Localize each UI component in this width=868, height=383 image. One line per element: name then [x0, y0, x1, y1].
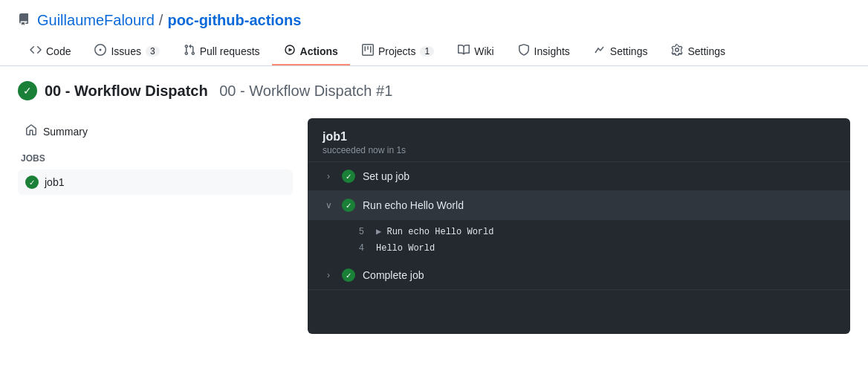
workflow-name-bold: 00 - Workflow Dispatch — [45, 83, 208, 100]
tab-wiki[interactable]: Wiki — [446, 38, 505, 65]
log-line-2: 4 Hello World — [352, 241, 835, 257]
job1-success-icon: ✓ — [25, 176, 39, 189]
job-panel-header: job1 succeeded now in 1s — [308, 118, 850, 162]
step-run-echo-label: Run echo Hello World — [363, 199, 464, 211]
step-run-echo[interactable]: ∨ ✓ Run echo Hello World — [308, 191, 850, 220]
tab-insights[interactable]: Settings — [582, 38, 660, 65]
step-setup-check: ✓ — [342, 170, 355, 183]
projects-badge: 1 — [420, 46, 434, 57]
pr-icon — [184, 44, 195, 58]
step-run-echo-check: ✓ — [342, 199, 355, 212]
tab-actions-label: Actions — [300, 45, 338, 57]
tab-issues-label: Issues — [111, 45, 140, 57]
svg-marker-1 — [288, 48, 292, 52]
tab-projects[interactable]: Projects 1 — [350, 38, 446, 65]
step-complete[interactable]: › ✓ Complete job — [308, 261, 850, 290]
step-setup-label: Set up job — [363, 170, 409, 182]
job-panel-name: job1 — [323, 130, 835, 144]
log-line-text-1: ▶ Run echo Hello World — [376, 225, 493, 241]
security-icon — [518, 44, 530, 58]
repo-owner-link[interactable]: GuillaumeFalourd — [37, 12, 155, 29]
step-complete-check: ✓ — [342, 268, 355, 282]
step-complete-label: Complete job — [363, 269, 424, 281]
tab-pull-requests[interactable]: Pull requests — [172, 38, 272, 65]
sidebar-summary-label: Summary — [43, 126, 88, 138]
repo-icon — [18, 12, 30, 29]
log-line-text-2: Hello World — [376, 241, 435, 257]
content-layout: Summary Jobs ✓ job1 job1 succeeded now i… — [18, 118, 850, 334]
jobs-section-label: Jobs — [18, 153, 293, 164]
job1-label: job1 — [45, 176, 64, 188]
tab-wiki-label: Wiki — [474, 45, 493, 57]
tab-insights-label: Settings — [610, 45, 648, 57]
job-detail-panel: job1 succeeded now in 1s › ✓ Set up job … — [308, 118, 850, 334]
log-line-num-2: 4 — [352, 241, 364, 257]
main-content: ✓ 00 - Workflow Dispatch 00 - Workflow D… — [0, 66, 868, 349]
tab-security-label: Insights — [534, 45, 570, 57]
repo-name-link[interactable]: poc-github-actions — [167, 12, 301, 29]
nav-tabs: Code Issues 3 Pull requests Actions Pr — [18, 38, 850, 65]
log-line-num-1: 5 — [352, 225, 364, 241]
issues-badge: 3 — [146, 46, 160, 57]
step-complete-chevron: › — [323, 270, 334, 280]
workflow-status-icon: ✓ — [18, 81, 37, 100]
actions-icon — [284, 44, 296, 58]
repo-separator: / — [159, 12, 163, 29]
sidebar: Summary Jobs ✓ job1 — [18, 118, 308, 334]
job-panel-status: succeeded now in 1s — [323, 145, 835, 155]
workflow-title: ✓ 00 - Workflow Dispatch 00 - Workflow D… — [18, 81, 850, 100]
home-icon — [25, 124, 37, 138]
job1-item[interactable]: ✓ job1 — [18, 170, 293, 195]
step-run-echo-chevron: ∨ — [323, 200, 334, 210]
issues-icon — [94, 44, 106, 58]
tab-security[interactable]: Insights — [506, 38, 582, 65]
log-output: 5 ▶ Run echo Hello World 4 Hello World — [308, 220, 850, 261]
tab-projects-label: Projects — [378, 45, 416, 57]
tab-code[interactable]: Code — [18, 38, 82, 65]
step-setup-chevron: › — [323, 171, 334, 181]
step-setup[interactable]: › ✓ Set up job — [308, 162, 850, 191]
settings-icon — [671, 44, 683, 58]
projects-icon — [362, 44, 374, 58]
tab-code-label: Code — [46, 45, 71, 57]
tab-issues[interactable]: Issues 3 — [82, 38, 171, 65]
repo-title: GuillaumeFalourd / poc-github-actions — [18, 12, 850, 29]
tab-actions[interactable]: Actions — [272, 38, 350, 65]
insights-icon — [594, 44, 606, 58]
tab-settings[interactable]: Settings — [659, 38, 737, 65]
code-icon — [30, 44, 42, 58]
workflow-run-label: 00 - Workflow Dispatch #1 — [216, 83, 393, 100]
wiki-icon — [458, 44, 470, 58]
log-line-1: 5 ▶ Run echo Hello World — [352, 225, 835, 241]
repo-header: GuillaumeFalourd / poc-github-actions Co… — [0, 0, 868, 66]
tab-settings-label: Settings — [687, 45, 725, 57]
sidebar-summary-link[interactable]: Summary — [18, 118, 293, 144]
tab-pr-label: Pull requests — [200, 45, 260, 57]
